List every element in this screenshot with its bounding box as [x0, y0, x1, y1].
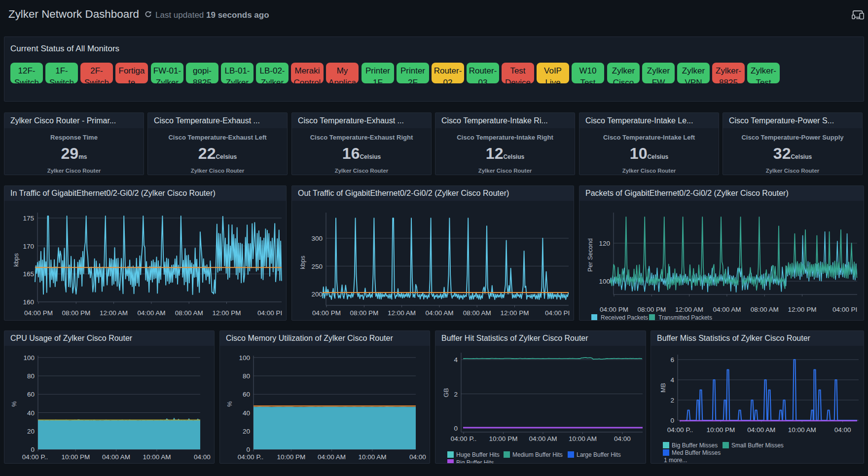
svg-text:0: 0	[670, 417, 674, 424]
svg-text:10:00 AM: 10:00 AM	[788, 426, 816, 434]
svg-text:20: 20	[27, 428, 35, 435]
svg-text:04:00 AM: 04:00 AM	[318, 453, 346, 461]
svg-text:12:00 AM: 12:00 AM	[100, 309, 128, 317]
svg-text:04:00 P..: 04:00 P..	[667, 426, 693, 434]
svg-text:10:00 PM: 10:00 PM	[489, 435, 518, 442]
svg-text:1 more...: 1 more...	[664, 457, 687, 464]
svg-text:10:00 PM: 10:00 PM	[707, 426, 735, 434]
svg-text:175: 175	[23, 215, 34, 222]
svg-text:%: %	[226, 401, 233, 407]
svg-text:10:00 AM: 10:00 AM	[143, 453, 171, 461]
svg-text:2: 2	[454, 391, 458, 398]
svg-text:12:00 AM: 12:00 AM	[675, 306, 703, 313]
svg-text:60: 60	[243, 391, 250, 398]
svg-text:kbps: kbps	[12, 253, 20, 267]
svg-text:GB: GB	[442, 388, 450, 398]
svg-text:10:00 PM: 10:00 PM	[61, 453, 90, 461]
svg-text:Small Buffer Misses: Small Buffer Misses	[731, 442, 784, 449]
svg-text:4: 4	[454, 356, 458, 364]
svg-text:04:00 AM: 04:00 AM	[713, 306, 741, 313]
svg-text:04:00 PM: 04:00 PM	[24, 309, 53, 317]
svg-text:0: 0	[454, 425, 458, 432]
svg-text:04:00: 04:00	[834, 426, 851, 434]
svg-text:20: 20	[243, 428, 250, 435]
svg-text:170: 170	[23, 243, 34, 250]
svg-text:08:00 PM: 08:00 PM	[350, 309, 378, 317]
svg-text:80: 80	[27, 372, 35, 380]
svg-text:100: 100	[599, 278, 610, 285]
svg-text:04:00: 04:00	[194, 453, 211, 461]
svg-text:04:00: 04:00	[614, 435, 631, 442]
svg-text:40: 40	[27, 409, 35, 417]
svg-text:300: 300	[311, 235, 323, 242]
svg-text:04:00 PI: 04:00 PI	[832, 306, 857, 313]
svg-text:Medium Buffer Hits: Medium Buffer Hits	[512, 451, 563, 458]
svg-text:04:00 P..: 04:00 P..	[22, 453, 48, 461]
svg-text:0: 0	[31, 446, 35, 453]
svg-text:10:00 AM: 10:00 AM	[569, 435, 597, 442]
svg-text:200: 200	[311, 291, 323, 298]
svg-text:04:00 P..: 04:00 P..	[238, 453, 263, 461]
svg-text:Big Buffer Misses: Big Buffer Misses	[672, 442, 718, 449]
svg-text:kbps: kbps	[299, 256, 306, 269]
svg-text:250: 250	[311, 263, 323, 270]
svg-text:12:00 PM: 12:00 PM	[213, 309, 241, 317]
svg-text:08:00 PM: 08:00 PM	[62, 309, 90, 317]
svg-text:12:00 PM: 12:00 PM	[788, 306, 817, 313]
svg-text:4: 4	[670, 376, 674, 384]
svg-text:60: 60	[27, 391, 35, 398]
svg-text:04:00 AM: 04:00 AM	[747, 426, 775, 434]
svg-text:Received Packets: Received Packets	[601, 314, 648, 321]
svg-text:120: 120	[599, 240, 610, 247]
svg-text:08:00 AM: 08:00 AM	[175, 309, 203, 317]
svg-text:80: 80	[243, 372, 250, 380]
svg-text:165: 165	[23, 270, 34, 278]
svg-text:160: 160	[23, 298, 34, 306]
svg-text:08:00 AM: 08:00 AM	[751, 306, 779, 313]
svg-text:100: 100	[239, 354, 250, 362]
svg-text:04:00 PI: 04:00 PI	[545, 309, 570, 317]
svg-text:08:00 AM: 08:00 AM	[463, 309, 491, 317]
svg-text:Med Buffer Misses: Med Buffer Misses	[672, 449, 721, 456]
svg-text:04:00 PM: 04:00 PM	[312, 309, 341, 317]
svg-text:MB: MB	[659, 383, 667, 393]
svg-text:Huge Buffer Hits: Huge Buffer Hits	[456, 451, 500, 458]
svg-text:04:00 AM: 04:00 AM	[425, 309, 453, 317]
svg-text:04:00: 04:00	[409, 453, 426, 461]
svg-text:Per Second: Per Second	[586, 238, 594, 272]
svg-text:08:00 PM: 08:00 PM	[637, 306, 666, 313]
svg-text:%: %	[10, 401, 18, 407]
svg-text:100: 100	[23, 354, 35, 362]
svg-text:40: 40	[243, 409, 250, 417]
svg-text:12:00 AM: 12:00 AM	[388, 309, 416, 317]
svg-text:0: 0	[246, 446, 250, 453]
svg-text:04:00 AM: 04:00 AM	[529, 435, 557, 442]
svg-text:10:00 PM: 10:00 PM	[277, 453, 305, 461]
svg-text:Large Buffer Hits: Large Buffer Hits	[577, 451, 621, 458]
svg-text:04:00 AM: 04:00 AM	[137, 309, 165, 317]
svg-text:04:00 AM: 04:00 AM	[102, 453, 130, 461]
svg-text:12:00 PM: 12:00 PM	[501, 309, 529, 317]
svg-text:Big Buffer Hits: Big Buffer Hits	[456, 459, 494, 464]
svg-text:04:00 PI: 04:00 PI	[257, 309, 282, 317]
svg-text:6: 6	[670, 356, 674, 364]
svg-text:04:00 PM: 04:00 PM	[600, 306, 628, 313]
svg-text:04:00 P..: 04:00 P..	[451, 435, 476, 442]
svg-text:Transmitted Packets: Transmitted Packets	[658, 314, 712, 321]
svg-text:10:00 AM: 10:00 AM	[358, 453, 386, 461]
svg-text:2: 2	[670, 397, 674, 404]
